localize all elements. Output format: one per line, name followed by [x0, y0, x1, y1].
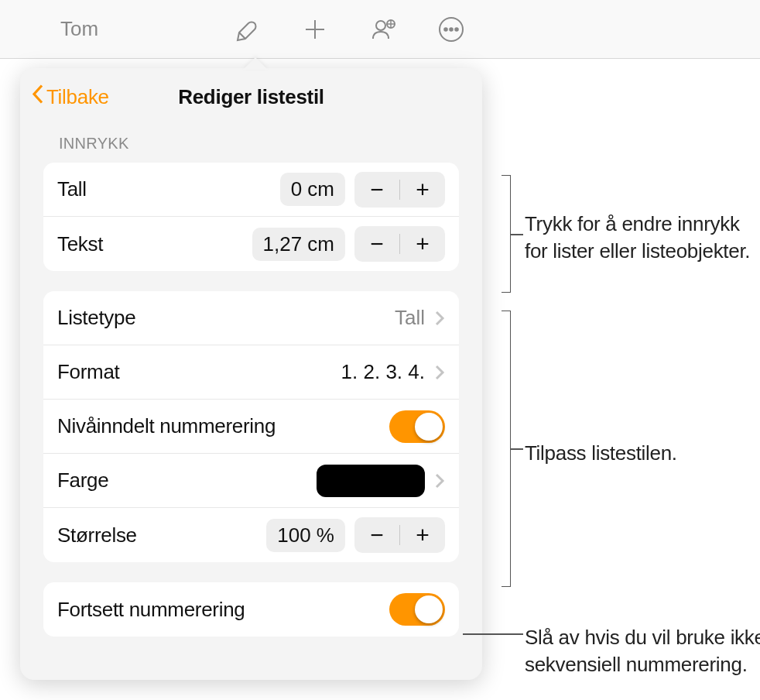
indent-number-stepper: − +: [354, 172, 445, 208]
format-value: 1. 2. 3. 4.: [341, 360, 425, 384]
indent-number-value[interactable]: 0 cm: [280, 173, 345, 206]
callout-bracket: [502, 311, 511, 587]
continue-card: Fortsett nummerering: [43, 582, 459, 637]
size-decrease-button[interactable]: −: [354, 517, 399, 553]
document-title[interactable]: Tom: [60, 17, 98, 41]
list-type-value: Tall: [395, 306, 425, 330]
tiered-numbering-toggle[interactable]: [389, 410, 445, 443]
continue-numbering-row: Fortsett nummerering: [43, 582, 459, 637]
indent-text-stepper: − +: [354, 226, 445, 262]
svg-point-0: [376, 21, 385, 30]
color-swatch: [317, 465, 425, 497]
format-brush-icon[interactable]: [232, 15, 262, 44]
indent-section-label: INNRYKK: [20, 125, 482, 159]
callout-line: [511, 234, 523, 235]
popover-title: Rediger listestil: [178, 85, 324, 109]
indent-text-label: Tekst: [57, 232, 103, 256]
toggle-knob: [415, 413, 443, 441]
indent-number-decrease-button[interactable]: −: [354, 172, 399, 208]
indent-text-increase-button[interactable]: +: [400, 226, 445, 262]
format-label: Format: [57, 360, 120, 384]
toolbar: Tom: [0, 0, 760, 59]
format-row[interactable]: Format 1. 2. 3. 4.: [43, 345, 459, 400]
plus-icon[interactable]: [300, 15, 330, 44]
callout-indent: Trykk for å endre innrykk for lister ell…: [525, 211, 757, 265]
indent-number-increase-button[interactable]: +: [400, 172, 445, 208]
chevron-right-icon: [434, 364, 445, 381]
tiered-numbering-label: Nivåinndelt nummerering: [57, 414, 276, 438]
svg-point-5: [455, 28, 458, 31]
chevron-right-icon: [434, 310, 445, 327]
size-value[interactable]: 100 %: [266, 519, 345, 552]
toolbar-icons: [232, 15, 466, 44]
popover-header: Tilbake Rediger listestil: [20, 68, 482, 125]
chevron-left-icon: [31, 84, 45, 111]
more-icon[interactable]: [436, 15, 466, 44]
style-card: Listetype Tall Format 1. 2. 3. 4. Nivåin…: [43, 291, 459, 562]
color-label: Farge: [57, 468, 108, 492]
back-label: Tilbake: [46, 85, 109, 109]
chevron-right-icon: [434, 472, 445, 489]
size-increase-button[interactable]: +: [400, 517, 445, 553]
toggle-knob: [415, 595, 443, 623]
indent-number-row: Tall 0 cm − +: [43, 163, 459, 217]
continue-numbering-toggle[interactable]: [389, 593, 445, 626]
size-label: Størrelse: [57, 523, 137, 547]
svg-point-3: [444, 28, 447, 31]
indent-number-label: Tall: [57, 177, 87, 201]
tiered-numbering-row: Nivåinndelt nummerering: [43, 400, 459, 454]
list-type-row[interactable]: Listetype Tall: [43, 291, 459, 345]
list-type-label: Listetype: [57, 306, 135, 330]
edit-list-style-popover: Tilbake Rediger listestil INNRYKK Tall 0…: [20, 68, 482, 680]
callout-bracket: [502, 175, 511, 293]
indent-text-decrease-button[interactable]: −: [354, 226, 399, 262]
indent-card: Tall 0 cm − + Tekst 1,27 cm − +: [43, 163, 459, 271]
callout-continue: Slå av hvis du vil bruke ikke-sekvensiel…: [525, 624, 760, 678]
collaborate-icon[interactable]: [368, 15, 398, 44]
callout-line: [463, 633, 523, 635]
size-row: Størrelse 100 % − +: [43, 508, 459, 562]
indent-text-value[interactable]: 1,27 cm: [252, 228, 346, 261]
callout-line: [511, 448, 523, 450]
back-button[interactable]: Tilbake: [31, 84, 109, 111]
size-stepper: − +: [354, 517, 445, 553]
callout-style: Tilpass listestilen.: [525, 440, 757, 467]
color-row[interactable]: Farge: [43, 454, 459, 508]
indent-text-row: Tekst 1,27 cm − +: [43, 217, 459, 271]
svg-point-4: [450, 28, 453, 31]
continue-numbering-label: Fortsett nummerering: [57, 598, 245, 622]
